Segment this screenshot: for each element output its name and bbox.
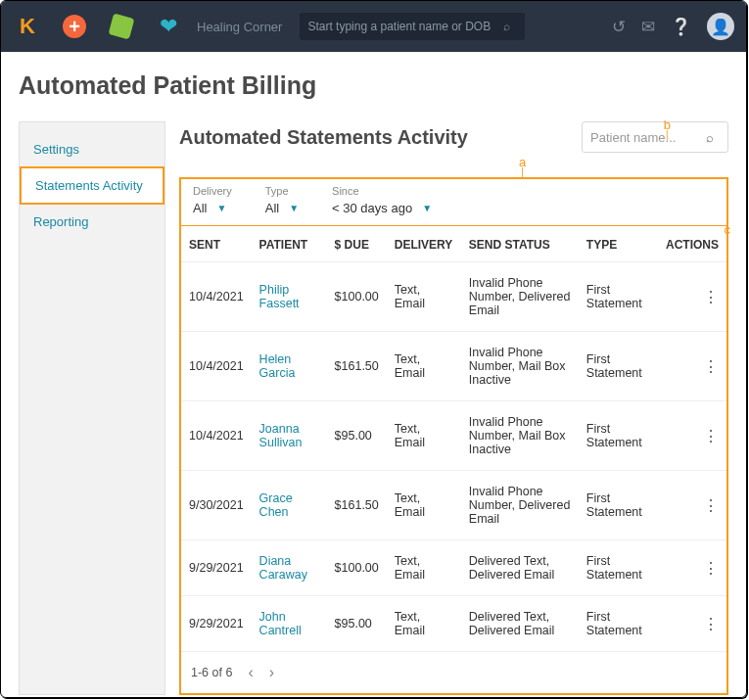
- cell-type: First Statement: [579, 471, 658, 540]
- cell-type: First Statement: [579, 262, 658, 332]
- cell-sent: 9/29/2021: [181, 596, 252, 652]
- cell-patient[interactable]: Joanna Sullivan: [252, 401, 327, 471]
- cell-due: $95.00: [327, 596, 387, 652]
- search-icon[interactable]: ⌕: [503, 20, 510, 33]
- cell-status: Delivered Text, Delivered Email: [461, 540, 579, 596]
- app-logo-icon[interactable]: K: [13, 12, 42, 41]
- cell-status: Invalid Phone Number, Delivered Email: [461, 471, 579, 540]
- table-row: 10/4/2021Helen Garcia$161.50Text, EmailI…: [181, 332, 726, 401]
- cell-due: $95.00: [327, 401, 387, 471]
- cell-type: First Statement: [579, 596, 658, 652]
- cell-due: $161.50: [327, 471, 387, 540]
- pager-label: 1-6 of 6: [191, 666, 232, 679]
- cell-delivery: Text, Email: [387, 596, 461, 652]
- row-actions-icon[interactable]: ⋮: [658, 262, 726, 332]
- sidebar-item-reporting[interactable]: Reporting: [20, 205, 164, 239]
- cell-delivery: Text, Email: [387, 332, 461, 401]
- callout-c: |c: [725, 216, 731, 237]
- cell-due: $100.00: [327, 262, 387, 332]
- cell-patient[interactable]: John Cantrell: [252, 596, 327, 652]
- table-row: 9/29/2021John Cantrell$95.00Text, EmailD…: [181, 596, 726, 652]
- sidebar: Settings Statements Activity Reporting: [19, 121, 165, 695]
- cell-sent: 9/30/2021: [181, 471, 252, 540]
- brand-label: Healing Corner: [197, 20, 282, 34]
- patient-search[interactable]: ⌕: [582, 121, 728, 153]
- global-search[interactable]: ⌕: [300, 13, 525, 40]
- cell-patient[interactable]: Philip Fassett: [252, 262, 327, 332]
- cell-delivery: Text, Email: [387, 262, 461, 332]
- section-title: Automated Statements Activity: [179, 126, 468, 149]
- heart-icon[interactable]: ❤: [154, 12, 183, 41]
- mail-icon[interactable]: ✉: [641, 17, 655, 37]
- pager-prev[interactable]: ‹: [248, 664, 253, 681]
- chevron-down-icon[interactable]: ▼: [289, 203, 299, 213]
- col-type: TYPE: [579, 226, 658, 262]
- table-row: 9/29/2021Diana Caraway$100.00Text, Email…: [181, 540, 726, 596]
- cell-status: Invalid Phone Number, Mail Box Inactive: [461, 332, 579, 401]
- col-patient: PATIENT: [252, 226, 327, 262]
- statements-table-wrap: SENT PATIENT $ DUE DELIVERY SEND STATUS …: [179, 225, 728, 695]
- cell-sent: 9/29/2021: [181, 540, 252, 596]
- statements-table: SENT PATIENT $ DUE DELIVERY SEND STATUS …: [181, 226, 726, 651]
- search-icon[interactable]: ⌕: [706, 130, 714, 145]
- page-title: Automated Patient Billing: [19, 71, 728, 100]
- history-icon[interactable]: ↺: [612, 17, 626, 37]
- row-actions-icon[interactable]: ⋮: [658, 401, 726, 471]
- cell-patient[interactable]: Grace Chen: [252, 471, 327, 540]
- add-icon[interactable]: +: [60, 12, 89, 41]
- col-actions: ACTIONS: [658, 226, 726, 262]
- leaf-icon[interactable]: [107, 12, 136, 41]
- global-search-input[interactable]: [307, 20, 503, 33]
- callout-a: a|: [316, 155, 728, 175]
- chevron-down-icon[interactable]: ▼: [216, 203, 226, 213]
- cell-delivery: Text, Email: [387, 401, 461, 471]
- col-sent: SENT: [181, 226, 252, 262]
- cell-type: First Statement: [579, 332, 658, 401]
- filter-delivery[interactable]: Delivery All▼: [193, 185, 232, 215]
- cell-type: First Statement: [579, 540, 658, 596]
- avatar[interactable]: 👤: [707, 13, 734, 40]
- filters-bar: Delivery All▼ Type All▼ Since < 30 days …: [179, 177, 728, 225]
- pager-next[interactable]: ›: [269, 664, 274, 681]
- cell-delivery: Text, Email: [387, 471, 461, 540]
- cell-sent: 10/4/2021: [181, 332, 252, 401]
- filter-type[interactable]: Type All▼: [265, 185, 299, 215]
- cell-due: $100.00: [327, 540, 387, 596]
- table-row: 10/4/2021Philip Fassett$100.00Text, Emai…: [181, 262, 726, 332]
- callout-b: b|: [664, 117, 671, 138]
- top-bar: K + ❤ Healing Corner ⌕ ↺ ✉ ❔ 👤: [1, 1, 746, 52]
- row-actions-icon[interactable]: ⋮: [658, 471, 726, 540]
- sidebar-item-settings[interactable]: Settings: [20, 132, 164, 166]
- col-delivery: DELIVERY: [387, 226, 461, 262]
- patient-search-input[interactable]: [590, 130, 706, 145]
- cell-status: Delivered Text, Delivered Email: [461, 596, 579, 652]
- chevron-down-icon[interactable]: ▼: [422, 203, 432, 213]
- table-row: 9/30/2021Grace Chen$161.50Text, EmailInv…: [181, 471, 726, 540]
- row-actions-icon[interactable]: ⋮: [658, 332, 726, 401]
- sidebar-item-statements-activity[interactable]: Statements Activity: [20, 166, 164, 205]
- cell-due: $161.50: [327, 332, 387, 401]
- filter-since[interactable]: Since < 30 days ago▼: [332, 185, 432, 215]
- cell-sent: 10/4/2021: [181, 401, 252, 471]
- pager: 1-6 of 6 ‹ ›: [181, 651, 726, 693]
- cell-sent: 10/4/2021: [181, 262, 252, 332]
- col-send-status: SEND STATUS: [461, 226, 579, 262]
- row-actions-icon[interactable]: ⋮: [658, 596, 726, 652]
- cell-type: First Statement: [579, 401, 658, 471]
- help-icon[interactable]: ❔: [671, 17, 691, 37]
- cell-status: Invalid Phone Number, Mail Box Inactive: [461, 401, 579, 471]
- cell-delivery: Text, Email: [387, 540, 461, 596]
- cell-patient[interactable]: Diana Caraway: [252, 540, 327, 596]
- cell-patient[interactable]: Helen Garcia: [252, 332, 327, 401]
- row-actions-icon[interactable]: ⋮: [658, 540, 726, 596]
- cell-status: Invalid Phone Number, Delivered Email: [461, 262, 579, 332]
- table-row: 10/4/2021Joanna Sullivan$95.00Text, Emai…: [181, 401, 726, 471]
- col-due: $ DUE: [327, 226, 387, 262]
